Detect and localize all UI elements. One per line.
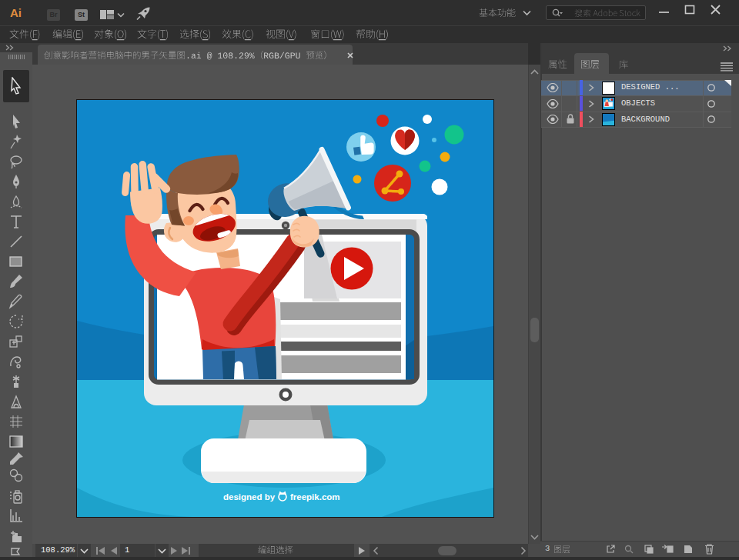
svg-text:freepik.com: freepik.com (290, 492, 340, 502)
svg-text:designed by: designed by (223, 492, 276, 502)
